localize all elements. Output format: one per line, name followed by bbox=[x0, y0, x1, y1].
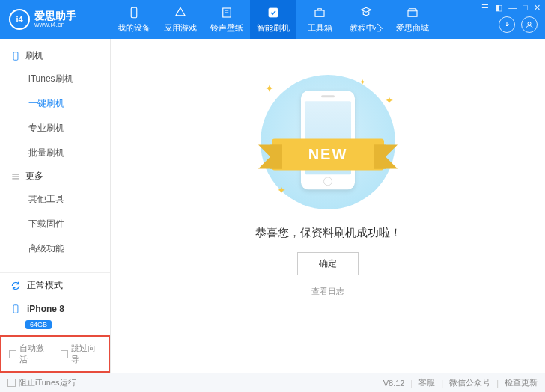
success-illustration: ✦✦✦✦ NEW bbox=[261, 75, 395, 209]
nav-label: 工具箱 bbox=[308, 22, 332, 34]
status-bar: 阻止iTunes运行 V8.12 | 客服 | 微信公众号 | 检查更新 bbox=[0, 373, 545, 392]
check-update-link[interactable]: 检查更新 bbox=[505, 377, 538, 388]
ringtone-icon bbox=[220, 6, 234, 19]
minimize-icon[interactable]: — bbox=[508, 3, 517, 13]
svg-rect-0 bbox=[131, 7, 137, 18]
svg-rect-5 bbox=[13, 52, 18, 60]
checkbox-label: 跳过向导 bbox=[71, 343, 101, 365]
nav-label: 教程中心 bbox=[350, 22, 383, 34]
nav-tutorial[interactable]: 教程中心 bbox=[343, 0, 389, 39]
flash-icon bbox=[267, 6, 280, 19]
auto-activate-checkbox[interactable]: 自动激活 bbox=[9, 343, 50, 365]
wechat-link[interactable]: 微信公众号 bbox=[449, 377, 490, 388]
tutorial-icon bbox=[359, 6, 373, 19]
checkbox-label: 自动激活 bbox=[19, 343, 49, 365]
nav-flash[interactable]: 智能刷机 bbox=[250, 0, 296, 39]
nav-toolbox[interactable]: 工具箱 bbox=[296, 0, 343, 39]
version-label: V8.12 bbox=[383, 379, 405, 388]
store-icon bbox=[406, 6, 419, 19]
menu-icon[interactable]: ☰ bbox=[481, 3, 489, 13]
phone-icon bbox=[10, 51, 21, 61]
app-url: www.i4.cn bbox=[34, 21, 76, 29]
svg-rect-6 bbox=[13, 305, 18, 313]
svg-point-4 bbox=[528, 22, 531, 25]
ribbon-text: NEW bbox=[272, 138, 384, 170]
sidebar-item-advanced[interactable]: 高级功能 bbox=[0, 236, 110, 261]
activation-options: 自动激活 跳过向导 bbox=[0, 335, 110, 373]
group-title: 更多 bbox=[25, 170, 43, 183]
app-title: 爱思助手 bbox=[34, 10, 76, 21]
skin-icon[interactable]: ◧ bbox=[495, 3, 502, 13]
user-button[interactable] bbox=[521, 16, 538, 33]
sidebar-item-batch-flash[interactable]: 批量刷机 bbox=[0, 141, 110, 165]
nav-label: 爱思商城 bbox=[396, 22, 429, 34]
toolbox-icon bbox=[313, 6, 326, 19]
sidebar-item-other-tools[interactable]: 其他工具 bbox=[0, 187, 110, 212]
view-log-link[interactable]: 查看日志 bbox=[311, 286, 344, 297]
maximize-icon[interactable]: □ bbox=[523, 3, 528, 13]
window-controls: ☰ ◧ — □ ✕ bbox=[481, 3, 541, 13]
close-icon[interactable]: ✕ bbox=[534, 3, 541, 13]
connected-device[interactable]: iPhone 8 64GB bbox=[0, 298, 110, 335]
sidebar-item-pro-flash[interactable]: 专业刷机 bbox=[0, 116, 110, 141]
mode-label: 正常模式 bbox=[27, 279, 63, 292]
device-name: iPhone 8 bbox=[27, 304, 64, 314]
sidebar: 刷机 iTunes刷机 一键刷机 专业刷机 批量刷机 更多 其他工具 下载固件 … bbox=[0, 39, 111, 373]
block-itunes-checkbox[interactable]: 阻止iTunes运行 bbox=[7, 377, 76, 388]
apps-icon bbox=[174, 6, 187, 19]
list-icon bbox=[10, 171, 21, 182]
download-button[interactable] bbox=[499, 16, 515, 33]
nav-label: 应用游戏 bbox=[164, 22, 197, 34]
top-nav: 我的设备 应用游戏 铃声壁纸 智能刷机 工具箱 教程中心 爱思商城 bbox=[111, 0, 436, 39]
ok-button[interactable]: 确定 bbox=[297, 252, 359, 275]
storage-badge: 64GB bbox=[25, 320, 52, 329]
logo-icon: i4 bbox=[9, 9, 30, 30]
nav-apps[interactable]: 应用游戏 bbox=[157, 0, 204, 39]
sidebar-item-oneclick-flash[interactable]: 一键刷机 bbox=[0, 91, 110, 116]
checkbox-label: 阻止iTunes运行 bbox=[19, 377, 76, 388]
main-content: ✦✦✦✦ NEW 恭喜您，保资料刷机成功啦！ 确定 查看日志 bbox=[111, 39, 545, 373]
nav-ringtone[interactable]: 铃声壁纸 bbox=[204, 0, 250, 39]
nav-my-device[interactable]: 我的设备 bbox=[111, 0, 157, 39]
nav-label: 铃声壁纸 bbox=[210, 22, 243, 34]
support-link[interactable]: 客服 bbox=[418, 377, 435, 388]
sidebar-item-itunes-flash[interactable]: iTunes刷机 bbox=[0, 67, 110, 91]
nav-store[interactable]: 爱思商城 bbox=[389, 0, 436, 39]
svg-rect-2 bbox=[269, 8, 278, 17]
device-mode[interactable]: 正常模式 bbox=[0, 273, 110, 298]
nav-label: 我的设备 bbox=[118, 22, 150, 34]
success-message: 恭喜您，保资料刷机成功啦！ bbox=[255, 226, 401, 240]
sidebar-group-more: 更多 bbox=[0, 165, 110, 187]
nav-label: 智能刷机 bbox=[257, 22, 290, 34]
logo-area: i4 爱思助手 www.i4.cn bbox=[0, 9, 111, 30]
sidebar-group-flash: 刷机 bbox=[0, 45, 110, 67]
phone-icon bbox=[10, 304, 21, 314]
group-title: 刷机 bbox=[25, 49, 43, 62]
device-icon bbox=[127, 6, 141, 19]
svg-rect-3 bbox=[315, 10, 324, 16]
refresh-icon bbox=[10, 281, 21, 291]
app-header: i4 爱思助手 www.i4.cn 我的设备 应用游戏 铃声壁纸 智能刷机 工具… bbox=[0, 0, 545, 39]
sidebar-item-download-fw[interactable]: 下载固件 bbox=[0, 212, 110, 236]
skip-guide-checkbox[interactable]: 跳过向导 bbox=[61, 343, 102, 365]
